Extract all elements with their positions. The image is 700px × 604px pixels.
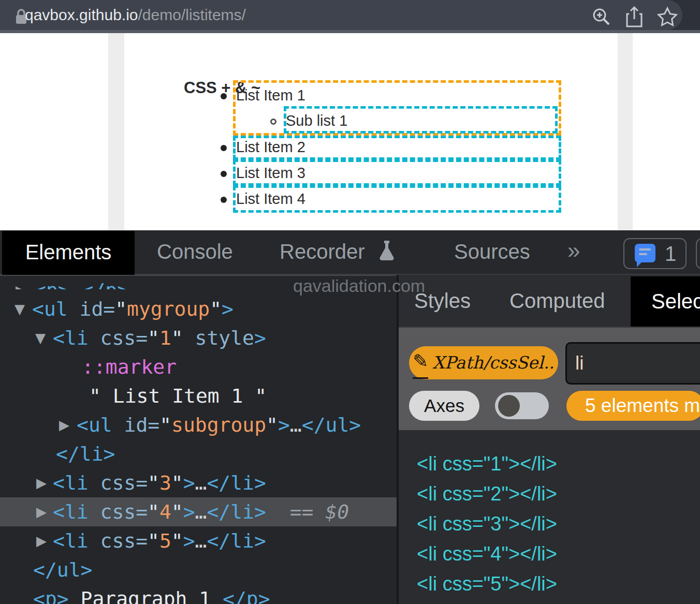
expand-arrow-right-icon[interactable]: ▶ [36, 497, 47, 526]
selector-input[interactable]: li [565, 342, 700, 385]
more-tabs-chevron-icon[interactable]: » [567, 230, 580, 275]
chat-badge-button[interactable]: 1 [623, 238, 687, 269]
axes-button[interactable]: Axes [409, 391, 479, 421]
tree-row-code: </li> [56, 439, 115, 468]
sub-list-item-1: Sub list 1 [286, 112, 347, 129]
tree-row[interactable]: ▶<ul id="subgroup">…</ul> [0, 410, 397, 439]
xpath-css-selector-button[interactable]: ✎XPath/cssSel.. [409, 346, 558, 379]
devtools-sidebar: Styles Computed Selec ✎XPath/cssSel.. li… [399, 275, 700, 604]
tab-selectorshub[interactable]: Selec [631, 276, 700, 327]
zoom-in-icon[interactable] [591, 7, 612, 30]
expand-arrow-down-icon[interactable]: ▼ [35, 323, 46, 352]
tree-row-code: <ul id="mygroup"> [32, 294, 234, 323]
matched-element-item[interactable]: <li css="2"></li> [417, 482, 557, 505]
tree-row[interactable]: ▼<li css="1" style> [0, 323, 397, 352]
url-text[interactable]: qavbox.github.io/demo/listitems/ [25, 0, 246, 30]
bullet-marker [221, 93, 227, 99]
browser-top-bar: qavbox.github.io/demo/listitems/ [0, 0, 700, 33]
clipped-toolbar-button[interactable] [696, 238, 700, 269]
tab-console[interactable]: Console [157, 230, 233, 275]
tab-computed[interactable]: Computed [509, 275, 605, 327]
matched-element-item[interactable]: <li css="3"></li> [417, 512, 557, 535]
tree-row-code: <ul id="subgroup">…</ul> [77, 410, 361, 439]
tree-row[interactable]: ::marker [0, 352, 397, 381]
list-item-3: List Item 3 [236, 165, 305, 182]
tab-recorder[interactable]: Recorder [280, 230, 365, 275]
tree-row[interactable]: <p> Paragraph 1 </p> [0, 584, 397, 604]
expand-arrow-right-icon[interactable]: ▶ [59, 410, 69, 439]
url-host: qavbox.github.io [25, 6, 138, 23]
tree-row-code: ::marker [82, 352, 177, 381]
page-right-gutter [618, 33, 633, 230]
matched-element-item[interactable]: <li css="4"></li> [417, 542, 557, 565]
tree-row[interactable]: " List Item 1 " [0, 381, 397, 410]
watermark: qavalidation.com [293, 276, 425, 296]
tree-row[interactable]: </li> [0, 439, 397, 468]
elements-matching-badge: 5 elements ma [566, 391, 700, 421]
flask-icon [376, 238, 397, 270]
bullet-marker [221, 145, 227, 151]
tree-row-code: <p> Paragraph 1 </p> [33, 584, 270, 604]
tree-row[interactable]: ▶<li css="4">…</li> == $0 [0, 497, 397, 526]
expand-arrow-down-icon[interactable]: ▼ [14, 294, 25, 323]
pencil-icon: ✎ [413, 345, 428, 379]
chat-bubble-tail [637, 261, 643, 267]
tree-row-code: <li css="1" style> [53, 323, 266, 352]
page-left-gutter [108, 33, 124, 230]
axes-toggle-switch[interactable] [495, 392, 549, 419]
circle-marker [270, 119, 276, 125]
matched-element-item[interactable]: <li css="1"></li> [417, 452, 557, 475]
matched-element-item[interactable]: <li css="5"></li> [417, 572, 557, 595]
tree-row-code: " List Item 1 " [89, 381, 267, 410]
tree-row[interactable]: </ul> [0, 555, 397, 584]
tree-row-code: <li css="4">…</li> == $0 [53, 497, 349, 526]
star-icon[interactable] [657, 6, 678, 30]
tree-row[interactable]: ▼<ul id="mygroup"> [0, 294, 397, 323]
selector-query-panel: ✎XPath/cssSel.. li Axes 5 elements ma [399, 327, 700, 430]
tree-row-code: </ul> [33, 555, 92, 584]
bullet-marker [221, 197, 227, 203]
list-item-2: List Item 2 [236, 139, 305, 156]
list-item-1: List Item 1 [236, 87, 305, 104]
selector-input-value: li [575, 344, 584, 383]
screenshot-root: qavbox.github.io/demo/listitems/ [0, 0, 700, 604]
bullet-marker [221, 171, 227, 177]
list-item-4: List Item 4 [236, 190, 305, 208]
devtools-tab-bar: Elements Console Recorder Sources » 1 [0, 230, 700, 275]
tree-row-code: <li css="3">…</li> [53, 468, 266, 497]
tree-row-code: <p>…</p> [34, 276, 129, 289]
tree-row[interactable]: ▶<li css="5">…</li> [0, 526, 397, 555]
matched-elements-list: <li css="1"></li><li css="2"></li><li cs… [399, 430, 700, 604]
tab-sources[interactable]: Sources [454, 230, 530, 275]
expand-arrow-right-icon[interactable]: ▶ [36, 526, 47, 555]
url-path: /demo/listitems/ [138, 6, 246, 23]
expand-arrow-right-icon[interactable]: ▶ [36, 468, 47, 497]
toggle-knob [498, 395, 520, 417]
tree-row-code: <li css="5">…</li> [53, 526, 266, 555]
tree-row[interactable]: ▶<li css="3">…</li> [0, 468, 397, 497]
expand-arrow-right-icon[interactable]: ▶ [16, 276, 26, 289]
chat-count: 1 [665, 239, 676, 268]
share-icon[interactable] [624, 6, 644, 31]
tab-elements[interactable]: Elements [2, 231, 135, 275]
elements-tree-panel: ▶<p>…</p>▼<ul id="mygroup">▼<li css="1" … [0, 275, 397, 604]
sidebar-tab-bar: Styles Computed Selec [399, 275, 700, 327]
web-page-viewport: CSS + & ~ List Item 1 Sub list 1 List It… [0, 33, 700, 231]
chat-bubble-icon [635, 244, 655, 262]
